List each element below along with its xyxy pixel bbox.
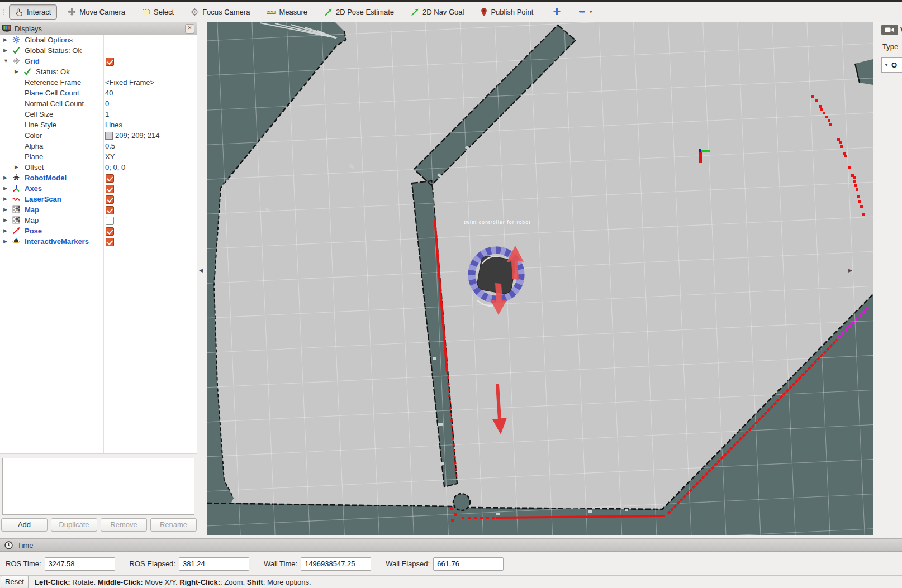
- displays-panel-header[interactable]: Displays ✕: [0, 22, 197, 35]
- tool-label: Measure: [279, 8, 307, 16]
- property-value-text: 1: [105, 109, 109, 119]
- tree-row-status-ok[interactable]: ▶Status: Ok: [0, 66, 197, 77]
- property-value[interactable]: XY: [105, 151, 115, 162]
- property-value[interactable]: 0; 0; 0: [105, 162, 125, 173]
- time-panel-header[interactable]: Time: [0, 538, 902, 552]
- rename-button[interactable]: Rename: [150, 518, 197, 532]
- expand-icon[interactable]: ▶: [3, 45, 7, 56]
- time-field-input[interactable]: [45, 557, 115, 571]
- expand-icon[interactable]: ▶: [3, 183, 7, 194]
- add-button[interactable]: Add: [1, 518, 48, 532]
- tool-measure[interactable]: Measure: [260, 4, 314, 20]
- tree-row-axes[interactable]: ▶Axes: [0, 183, 197, 194]
- tree-row-normal-cell-count[interactable]: Normal Cell Count0: [0, 98, 197, 109]
- tree-row-map[interactable]: ▶Map: [0, 215, 197, 226]
- property-value[interactable]: <Fixed Frame>: [105, 77, 154, 88]
- render-viewport[interactable]: twist controller for robot: [207, 22, 873, 535]
- expand-icon[interactable]: ▶: [3, 204, 7, 215]
- expand-icon[interactable]: ▶: [15, 162, 18, 173]
- displays-panel-title: Displays: [15, 25, 42, 33]
- enabled-checkbox-checked[interactable]: [106, 238, 114, 246]
- time-field-label: ROS Elapsed:: [130, 560, 175, 568]
- property-value-text: 0.5: [105, 141, 115, 151]
- property-value[interactable]: 0: [105, 98, 109, 109]
- reset-button[interactable]: Reset: [1, 576, 29, 588]
- property-value-text: 209; 209; 214: [115, 130, 160, 141]
- time-field-input[interactable]: [179, 557, 249, 571]
- close-icon[interactable]: ✕: [185, 24, 194, 34]
- tool-move-camera[interactable]: Move Camera: [61, 4, 131, 20]
- tree-row-label: Plane Cell Count: [25, 88, 79, 98]
- expand-icon[interactable]: ▶: [3, 226, 7, 236]
- enabled-checkbox-checked[interactable]: [106, 174, 114, 183]
- expand-icon[interactable]: ▶: [3, 194, 7, 204]
- tree-row-plane-cell-count[interactable]: Plane Cell Count40: [0, 88, 197, 98]
- tree-row-pose[interactable]: ▶Pose: [0, 226, 197, 236]
- tool-select[interactable]: Select: [136, 4, 180, 20]
- tree-row-label: Alpha: [25, 141, 43, 151]
- tree-row-label: Color: [25, 130, 42, 141]
- tree-row-plane[interactable]: PlaneXY: [0, 151, 197, 162]
- duplicate-button[interactable]: Duplicate: [51, 518, 97, 532]
- tree-row-map[interactable]: ▶Map: [0, 204, 197, 215]
- color-swatch: [105, 132, 113, 140]
- left-splitter[interactable]: [197, 22, 207, 535]
- tree-row-cell-size[interactable]: Cell Size1: [0, 109, 197, 119]
- toolbar-drag-handle[interactable]: [1, 6, 7, 19]
- tree-row-color[interactable]: Color209; 209; 214: [0, 130, 197, 141]
- chevron-down-icon[interactable]: ▼: [588, 9, 593, 15]
- tree-row-grid[interactable]: ▼Grid: [0, 56, 197, 66]
- minus-icon: [578, 7, 586, 17]
- tree-row-label: Map: [25, 204, 39, 215]
- tree-row-line-style[interactable]: Line StyleLines: [0, 119, 197, 130]
- expand-icon[interactable]: ▶: [3, 35, 7, 45]
- remove-button[interactable]: Remove: [101, 518, 147, 532]
- tree-row-label: Map: [25, 215, 39, 226]
- enabled-checkbox-checked[interactable]: [106, 185, 114, 193]
- tree-row-label: Axes: [25, 183, 42, 194]
- time-field-input[interactable]: [301, 557, 371, 571]
- enabled-checkbox-checked[interactable]: [106, 227, 114, 236]
- tool-minus[interactable]: ▼: [575, 5, 596, 20]
- tool-label: Focus Camera: [202, 8, 250, 16]
- enabled-checkbox-checked[interactable]: [106, 58, 114, 66]
- property-value[interactable]: 40: [105, 88, 113, 98]
- tool-2d-pose-estimate[interactable]: 2D Pose Estimate: [318, 4, 400, 20]
- expand-icon[interactable]: ▶: [3, 215, 7, 226]
- tree-row-alpha[interactable]: Alpha0.5: [0, 141, 197, 151]
- tool-focus-camera[interactable]: Focus Camera: [184, 4, 256, 20]
- tool-interact[interactable]: Interact: [9, 4, 57, 20]
- splitter-collapse-right-icon[interactable]: ▶: [848, 267, 852, 273]
- collapse-icon[interactable]: ▼: [3, 56, 8, 66]
- property-value[interactable]: 0.5: [105, 141, 115, 151]
- tree-row-label: LaserScan: [25, 194, 61, 204]
- views-camera-icon: [881, 25, 898, 35]
- tool-publish-point[interactable]: Publish Point: [474, 4, 539, 20]
- views-type-dropdown[interactable]: ▼ O: [881, 57, 902, 73]
- tree-row-robotmodel[interactable]: ▶RobotModel: [0, 173, 197, 183]
- property-value[interactable]: 209; 209; 214: [105, 130, 160, 141]
- tree-row-reference-frame[interactable]: Reference Frame<Fixed Frame>: [0, 77, 197, 88]
- hint-action: Move X/Y.: [143, 578, 180, 586]
- property-value-text: Lines: [105, 119, 122, 130]
- time-field-input[interactable]: [433, 557, 504, 571]
- tree-row-interactivemarkers[interactable]: ▶InteractiveMarkers: [0, 236, 197, 247]
- expand-icon[interactable]: ▶: [3, 236, 7, 247]
- enabled-checkbox-checked[interactable]: [106, 195, 114, 204]
- tool-2d-nav-goal[interactable]: 2D Nav Goal: [405, 4, 470, 20]
- enabled-checkbox-unchecked[interactable]: [106, 217, 114, 225]
- enabled-checkbox-checked[interactable]: [106, 206, 114, 214]
- tool-label: Select: [154, 8, 174, 16]
- tree-row-global-options[interactable]: ▶Global Options: [0, 35, 197, 45]
- green-arrow-icon: [324, 8, 333, 16]
- expand-icon[interactable]: ▶: [15, 66, 18, 77]
- splitter-collapse-left-icon[interactable]: ◀: [199, 267, 203, 273]
- expand-icon[interactable]: ▶: [3, 173, 7, 183]
- tree-row-laserscan[interactable]: ▶LaserScan: [0, 194, 197, 204]
- property-value[interactable]: Lines: [105, 119, 122, 130]
- tree-row-global-status-ok[interactable]: ▶Global Status: Ok: [0, 45, 197, 56]
- tree-row-label: Pose: [25, 226, 42, 236]
- tool-plus[interactable]: [549, 5, 564, 20]
- property-value[interactable]: 1: [105, 109, 109, 119]
- tree-row-offset[interactable]: ▶Offset0; 0; 0: [0, 162, 197, 173]
